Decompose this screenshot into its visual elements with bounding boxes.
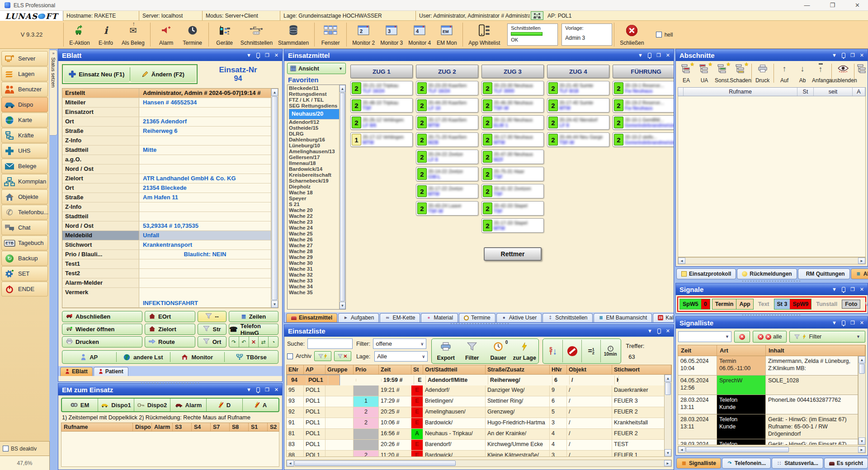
redo-curl-button[interactable]: ↷ [229, 337, 239, 347]
einsatzliste-column-header[interactable]: Objekt [567, 365, 612, 374]
vehicle-tile[interactable]: 220-10-2 stellv...Gemeindebrandmeister [613, 132, 674, 147]
em-column-header[interactable]: S8 [230, 423, 249, 431]
eblatt-form-row-vermerk[interactable]: Vermerk INFEKTIONSFAHRT [62, 288, 271, 308]
sidebar-item-lagen[interactable]: Lagen [1, 66, 48, 81]
favoriten-item[interactable]: Diepholz [289, 184, 339, 190]
close-panel-icon[interactable]: ✕ [274, 53, 278, 58]
splitter-handle[interactable] [741, 280, 800, 282]
eblatt-form-row[interactable]: Test1 [62, 259, 271, 269]
menu-arrow-icon[interactable]: ▼ [246, 387, 251, 392]
signalliste-row[interactable]: 28.03.2024 13:06 Telefon Kunde Gerät: - … [678, 439, 858, 445]
einsatzliste-column-header[interactable]: ENr [287, 365, 304, 374]
column-a[interactable]: A [853, 88, 865, 96]
favoriten-item[interactable]: Wache 28 [289, 249, 339, 254]
eblatt-form-row[interactable]: Ort 21365 Adendorf [62, 117, 271, 127]
signal-tunstall[interactable]: Tunstall [813, 301, 840, 307]
signalliste-row[interactable]: 06.05.2024 10:04 Termin 06.05.-11:00 Zim… [678, 356, 858, 376]
favoriten-item[interactable]: Wache 22 [289, 213, 339, 219]
column-art[interactable]: Art [717, 345, 766, 356]
filter-ort-button[interactable]: Ort [198, 336, 226, 348]
eblatt-form-row[interactable]: Stadtteil [62, 212, 271, 221]
maximize-panel-icon[interactable]: ❐ [265, 387, 269, 392]
einsatzmittel-tab[interactable]: Aufgaben [338, 313, 379, 322]
ten-min-button[interactable]: 10min [601, 340, 620, 362]
vehicle-tile[interactable]: 220-46-30 NeuhausTSF-W [481, 98, 544, 113]
vehicle-tile[interactable]: 220-17-33 StapelMTW [481, 218, 544, 233]
sonst-button[interactable]: ★Sonst. [714, 62, 731, 85]
d-button[interactable]: D [207, 399, 243, 411]
favoriten-item[interactable]: Rettungsdienst [289, 91, 339, 97]
einsatzliste-column-header[interactable]: Prio [354, 365, 379, 374]
einsatzliste-column-header[interactable]: Gruppe [326, 365, 354, 374]
eblatt-form-row[interactable]: Ort 21354 Bleckede [62, 183, 271, 193]
einsatzliste-hscrollbar[interactable]: ◄ ► [286, 460, 672, 467]
dispo1-button[interactable]: Dispo1 [98, 399, 134, 411]
favoriten-item[interactable]: Bleckede/11 [289, 85, 339, 91]
em-column-header[interactable]: S3 [173, 423, 192, 431]
favoriten-item[interactable]: Lüneburg/10 [289, 143, 339, 149]
signal-zero[interactable]: 0 [701, 299, 710, 309]
vehicle-tile[interactable]: 220-47-30 NeuhausMZF [481, 150, 544, 164]
einsatzliste-column-header[interactable]: St [411, 365, 423, 374]
lage-select[interactable]: Alle∨ [374, 351, 428, 362]
ea-button[interactable]: ★EA [678, 62, 695, 85]
zielort-button[interactable]: Zielort [145, 324, 195, 335]
menu-arrow-icon[interactable]: ▼ [832, 53, 837, 58]
em-alarm-button[interactable]: Alarm [170, 399, 207, 411]
favoriten-item[interactable]: FTZ / LK / TEL [289, 97, 339, 103]
ack-one-button[interactable]: ✕ [734, 331, 750, 343]
sidebar-item-kommplan[interactable]: Kommplan [1, 174, 48, 189]
filter-button[interactable]: Filter [459, 340, 485, 362]
dispo2-button[interactable]: Dispo2 [134, 399, 170, 411]
app-whitelist-button[interactable]: App Whitelist [467, 22, 502, 47]
scroll-up-icon[interactable]: ▲ [271, 89, 278, 96]
vehicle-tile[interactable]: 120-17-12 VehlingenMTW [350, 132, 413, 147]
dock-tab[interactable]: Rückmeldungen [737, 268, 797, 279]
einsatzmittel-tab[interactable]: Termine [459, 313, 495, 322]
einsatzliste-row[interactable]: 92 POL1 2 20:25 # E Amelinghausen/ Grenz… [287, 407, 671, 418]
signal-foto[interactable]: Foto [842, 300, 860, 309]
einsatzmittel-tab[interactable]: Einsatzmittel [286, 313, 337, 322]
column-inhalt[interactable]: Inhalt [766, 345, 865, 356]
signal-termin[interactable]: Termin [712, 299, 736, 309]
filter-clear-button[interactable]: ✕ [334, 351, 351, 361]
einsatzliste-column-header[interactable]: Straße/Zusatz [486, 365, 550, 374]
eblatt-form-row[interactable]: Stichwort Krankentransport [62, 240, 271, 250]
eblatt-form-row[interactable]: Prio / Blauli... Blaulicht: NEIN [62, 250, 271, 259]
column-rufname[interactable]: Rufname [684, 88, 797, 96]
sidebar-item-uhs[interactable]: UHS [1, 143, 48, 158]
splitter-handle[interactable] [140, 382, 199, 384]
sidebar-item-tagebuch[interactable]: ETBTagebuch [1, 235, 48, 250]
schliessen-button[interactable]: Schließen [618, 22, 646, 47]
favoriten-item[interactable]: Bardowick/14 [289, 166, 339, 172]
pin-icon[interactable] [648, 53, 651, 58]
vehicle-tile[interactable]: 220-44-44 Neu GargeTSF-W [547, 132, 609, 147]
maximize-panel-icon[interactable]: ❐ [656, 53, 661, 58]
zur-lage-button[interactable]: zur Lage [511, 340, 538, 362]
sidebar-item-ende[interactable]: ENDE [1, 282, 48, 296]
signalliste-row[interactable]: 04.05.2024 12:56 SprechW SOLE_1028 [678, 376, 858, 395]
abschliessen-button[interactable]: Abschließen [62, 311, 142, 322]
favoriten-item[interactable]: Wache 30 [289, 260, 339, 266]
sidebar-item-benutzer[interactable]: Benutzer [1, 82, 48, 97]
dock-tab[interactable]: Abschnitte [851, 268, 868, 279]
ausblenden-button[interactable]: ausblenden [834, 62, 852, 85]
signal-app[interactable]: App [736, 299, 753, 309]
einsatzmittel-tab[interactable]: EM Baumansicht [594, 313, 652, 322]
favoriten-item[interactable]: Ostheide/15 [289, 125, 339, 131]
auf-button[interactable]: ↑Auf [776, 62, 793, 85]
eblatt-form-row[interactable]: Nord / Ost 53,29334 # 10,73535 [62, 221, 271, 231]
menu-arrow-icon[interactable]: ▼ [832, 320, 837, 325]
dock-tab[interactable]: Einsatzprotokoll [676, 268, 736, 279]
sidebar-item-objekte[interactable]: Objekte [1, 189, 48, 204]
signal-spw5[interactable]: SpW5 [680, 299, 701, 309]
dauer-button[interactable]: 0Dauer [485, 340, 511, 362]
scroll-down-icon[interactable]: ▼ [665, 449, 671, 456]
fenster-button[interactable]: Fenster [318, 22, 343, 47]
ack-all-button[interactable]: ✕✕alle [753, 331, 787, 343]
vehicle-tile[interactable]: 220-17-40 SumteMTW [547, 98, 609, 113]
menu-arrow-icon[interactable]: ▼ [638, 53, 643, 58]
vehicle-tile[interactable]: 220-11-30 NeuhausELW 1 [481, 115, 544, 130]
einsatzliste-row[interactable]: 95 POL1 19:21 # E Adendorf/ Danziger Weg… [287, 385, 671, 396]
splitter-handle[interactable] [450, 323, 509, 324]
